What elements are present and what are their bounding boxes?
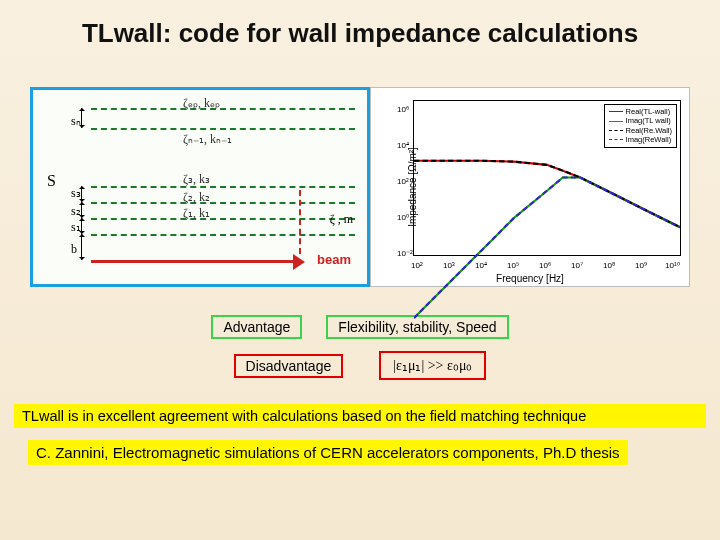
ytick: 10⁴ bbox=[397, 141, 409, 150]
dash-line bbox=[91, 128, 355, 130]
legend-item: Real(Re.Wall) bbox=[609, 126, 672, 135]
legend-label: Real(TL-wall) bbox=[626, 107, 671, 116]
legend-label: Imag(TL wall) bbox=[626, 116, 671, 125]
zeta-3: ζ₃, k₃ bbox=[183, 172, 210, 187]
dash-line bbox=[91, 234, 355, 236]
impedance-plot: Impedance [Ω/m²] Frequency [Hz] 10⁻² 10⁰… bbox=[370, 87, 690, 287]
dash-line bbox=[91, 108, 355, 110]
xtick: 10¹⁰ bbox=[665, 261, 680, 270]
xtick: 10⁷ bbox=[571, 261, 583, 270]
ytick: 10⁻² bbox=[397, 249, 413, 258]
dash-line bbox=[91, 218, 355, 220]
xtick: 10² bbox=[411, 261, 423, 270]
legend-label: Real(Re.Wall) bbox=[626, 126, 672, 135]
swatch-icon bbox=[609, 130, 623, 131]
label-big-s: S bbox=[47, 172, 56, 190]
zeta-n: ζₙ₋₁, kₙ₋₁ bbox=[183, 132, 232, 147]
legend-item: Imag(ReWall) bbox=[609, 135, 672, 144]
beam-arrow-icon bbox=[293, 254, 305, 270]
beam-line bbox=[91, 260, 297, 263]
arrow-sn bbox=[81, 108, 82, 128]
xtick: 10⁵ bbox=[507, 261, 519, 270]
swatch-icon bbox=[609, 139, 623, 140]
layer-diagram: S ζₑₚ, kₑₚ sₙ ζₙ₋₁, kₙ₋₁ ζ₃, k₃ s₃ ζ₂, k… bbox=[30, 87, 370, 287]
xtick: 10⁴ bbox=[475, 261, 487, 270]
advantage-label: Advantage bbox=[211, 315, 302, 339]
label-b: b bbox=[71, 242, 77, 257]
zeta-top: ζₑₚ, kₑₚ bbox=[183, 96, 220, 111]
disadvantage-label: Disadvantage bbox=[234, 354, 344, 378]
legend-label: Imag(ReWall) bbox=[626, 135, 672, 144]
plot-legend: Real(TL-wall) Imag(TL wall) Real(Re.Wall… bbox=[604, 104, 677, 148]
xtick: 10³ bbox=[443, 261, 455, 270]
vertical-dash bbox=[299, 190, 301, 254]
highlight-citation: C. Zannini, Electromagnetic simulations … bbox=[28, 440, 628, 465]
ytick: 10⁰ bbox=[397, 213, 409, 222]
zeta-2: ζ₂, k₂ bbox=[183, 190, 210, 205]
swatch-icon bbox=[609, 111, 623, 112]
xtick: 10⁸ bbox=[603, 261, 615, 270]
highlight-agreement: TLwall is in excellent agreement with ca… bbox=[14, 404, 706, 428]
panels: S ζₑₚ, kₑₚ sₙ ζₙ₋₁, kₙ₋₁ ζ₃, k₃ s₃ ζ₂, k… bbox=[18, 87, 702, 287]
xtick: 10⁶ bbox=[539, 261, 551, 270]
arrow-b bbox=[81, 234, 82, 260]
legend-item: Imag(TL wall) bbox=[609, 116, 672, 125]
dash-line bbox=[91, 186, 355, 188]
legend-item: Real(TL-wall) bbox=[609, 107, 672, 116]
beam-label: beam bbox=[317, 252, 351, 267]
ytick: 10² bbox=[397, 177, 409, 186]
ytick: 10⁶ bbox=[397, 105, 409, 114]
dash-line bbox=[91, 202, 355, 204]
zeta-1: ζ₁, k₁ bbox=[183, 206, 210, 221]
page-title: TLwall: code for wall impedance calculat… bbox=[0, 0, 720, 57]
swatch-icon bbox=[609, 121, 623, 122]
zeta-m: ζ , m bbox=[330, 212, 353, 227]
xtick: 10⁹ bbox=[635, 261, 647, 270]
